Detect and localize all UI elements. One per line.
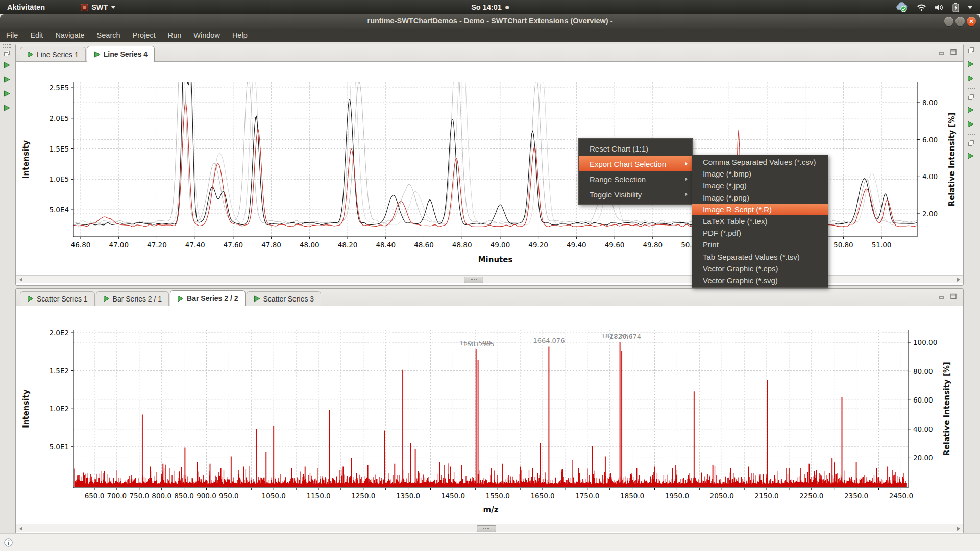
x-tick-label: 48.40 xyxy=(376,241,396,249)
run-launcher-icon[interactable] xyxy=(967,120,974,130)
x-tick-label: 49.40 xyxy=(567,241,586,249)
restore-view-icon[interactable] xyxy=(4,49,10,58)
export-option-pdf-pdf-[interactable]: PDF (*.pdf) xyxy=(692,227,828,239)
window-maximize-button[interactable]: □ xyxy=(955,17,965,26)
context-menu: Reset Chart (1:1)Export Chart SelectionR… xyxy=(578,138,693,205)
battery-icon[interactable] xyxy=(952,3,959,12)
export-option-vector-graphic-svg-[interactable]: Vector Graphic (*.svg) xyxy=(692,274,828,286)
run-icon xyxy=(4,105,10,111)
tab-line-series-1[interactable]: Line Series 1 xyxy=(20,47,86,61)
activities-button[interactable]: Aktivitäten xyxy=(7,3,45,11)
tick-labels: 650.0700.0750.0800.0850.0900.0950.01050.… xyxy=(49,329,937,500)
x-tick-label: 1550.0 xyxy=(486,492,510,500)
run-icon xyxy=(967,75,974,82)
minimize-view-icon[interactable] xyxy=(939,48,945,57)
export-option-image-jpg-[interactable]: Image (*.jpg) xyxy=(692,180,828,191)
run-launcher-icon[interactable] xyxy=(4,76,10,85)
minimize-view-icon[interactable] xyxy=(939,292,945,302)
clock[interactable]: So 14:01 xyxy=(471,3,509,11)
menu-window[interactable]: Window xyxy=(187,30,226,41)
tab-bar-series-2-1[interactable]: Bar Series 2 / 1 xyxy=(96,291,169,306)
run-launcher-icon[interactable] xyxy=(4,90,10,99)
menu-item-label: Range Selection xyxy=(590,175,646,184)
export-option-print[interactable]: Print xyxy=(692,239,828,251)
x-tick-label: 48.20 xyxy=(338,241,358,249)
peak-label: 1501.565 xyxy=(463,340,495,348)
run-launcher-icon[interactable] xyxy=(4,104,10,113)
y2-tick-label: 100.00 xyxy=(913,338,937,346)
restore-view-icon[interactable] xyxy=(968,93,974,102)
bottom-tab-bar: Scatter Series 1Bar Series 2 / 1Bar Seri… xyxy=(16,289,963,306)
left-toolbar-drag-handle[interactable] xyxy=(3,44,11,48)
scrollbar-thumb[interactable] xyxy=(464,277,483,283)
menu-file[interactable]: File xyxy=(0,30,24,41)
x-tick-label: 950.0 xyxy=(219,492,239,500)
menu-project[interactable]: Project xyxy=(127,30,162,41)
menu-edit[interactable]: Edit xyxy=(24,30,49,41)
context-menu-item-toggle-visibility[interactable]: Toggle Visibility xyxy=(579,187,692,202)
y-axis-title: Intensity xyxy=(21,140,31,179)
menu-item-label: Tab Separated Values (*.tsv) xyxy=(703,253,800,261)
export-option-image-bmp-[interactable]: Image (*.bmp) xyxy=(692,168,828,180)
tab-line-series-4[interactable]: Line Series 4 xyxy=(87,46,155,62)
menu-navigate[interactable]: Navigate xyxy=(49,30,90,41)
toolbar-separator xyxy=(968,88,975,89)
y2-tick-label: 4.00 xyxy=(922,172,938,181)
tab-label: Scatter Series 3 xyxy=(263,295,314,303)
export-option-image-png-[interactable]: Image (*.png) xyxy=(692,192,828,204)
run-launcher-icon[interactable] xyxy=(967,60,974,69)
volume-icon[interactable] xyxy=(935,4,944,11)
run-launcher-icon[interactable] xyxy=(967,152,974,161)
x-axis-title: m/z xyxy=(483,505,499,514)
run-launcher-icon[interactable] xyxy=(4,61,10,70)
window-title: runtime-SWTChartDemos - Demo - SWTChart … xyxy=(0,17,980,25)
wifi-icon[interactable] xyxy=(917,4,926,11)
export-option-tab-separated-values-tsv-[interactable]: Tab Separated Values (*.tsv) xyxy=(692,251,828,263)
context-menu-item-reset-chart-1-1-[interactable]: Reset Chart (1:1) xyxy=(579,141,692,156)
app-menu-label: SWT xyxy=(91,3,108,11)
y-tick-label: 1.0E2 xyxy=(49,405,69,413)
info-icon[interactable]: i xyxy=(4,538,13,549)
y-tick-label: 1.0E5 xyxy=(49,175,69,183)
scrollbar-thumb[interactable] xyxy=(477,525,496,532)
menu-run[interactable]: Run xyxy=(162,30,188,41)
scroll-right-icon[interactable] xyxy=(955,525,961,531)
y2-tick-label: 60.00 xyxy=(913,396,933,404)
tab-bar-series-2-2[interactable]: Bar Series 2 / 2 xyxy=(170,290,245,306)
export-option-comma-separated-values-csv-[interactable]: Comma Separated Values (*.csv) xyxy=(692,156,828,168)
cloud-sync-ok-icon[interactable] xyxy=(895,2,909,12)
scroll-left-icon[interactable] xyxy=(18,277,23,282)
run-icon xyxy=(967,61,974,67)
chevron-down-icon[interactable] xyxy=(967,6,973,9)
scroll-left-icon[interactable] xyxy=(18,525,23,531)
run-launcher-icon[interactable] xyxy=(967,106,974,115)
maximize-view-icon[interactable] xyxy=(950,292,957,302)
x-tick-label: 1250.0 xyxy=(351,492,375,500)
tab-scatter-series-1[interactable]: Scatter Series 1 xyxy=(20,291,95,306)
window-close-button[interactable]: ✕ xyxy=(967,17,976,26)
menu-search[interactable]: Search xyxy=(91,30,127,41)
x-axis-title: Minutes xyxy=(478,255,513,264)
export-option-image-r-script-r-[interactable]: Image R-Script (*.R) xyxy=(692,204,828,215)
tab-scatter-series-3[interactable]: Scatter Series 3 xyxy=(247,291,322,306)
x-tick-label: 47.80 xyxy=(261,241,281,249)
bottom-horizontal-scrollbar[interactable] xyxy=(16,524,963,532)
window-minimize-button[interactable]: – xyxy=(944,17,953,26)
run-launcher-icon[interactable] xyxy=(967,74,974,84)
export-option-latex-table-tex-[interactable]: LaTeX Table (*.tex) xyxy=(692,215,828,227)
run-icon xyxy=(177,295,184,302)
bar-chart-canvas[interactable]: 1501.5991501.5651664.0761822.6641826.674… xyxy=(16,306,963,524)
window-title-bar[interactable]: runtime-SWTChartDemos - Demo - SWTChart … xyxy=(0,14,980,29)
run-icon xyxy=(103,295,110,302)
restore-view-icon[interactable] xyxy=(968,46,974,55)
maximize-view-icon[interactable] xyxy=(950,48,957,57)
restore-view-icon[interactable] xyxy=(968,139,974,148)
context-menu-item-range-selection[interactable]: Range Selection xyxy=(579,171,692,187)
x-tick-label: 1350.0 xyxy=(396,492,420,500)
app-menu-button[interactable]: SWT xyxy=(81,3,116,11)
menu-help[interactable]: Help xyxy=(226,30,254,41)
export-option-vector-graphic-eps-[interactable]: Vector Graphic (*.eps) xyxy=(692,263,828,274)
scroll-right-icon[interactable] xyxy=(955,277,961,282)
x-tick-label: 49.00 xyxy=(491,241,510,249)
context-menu-item-export-chart-selection[interactable]: Export Chart Selection xyxy=(579,156,692,171)
